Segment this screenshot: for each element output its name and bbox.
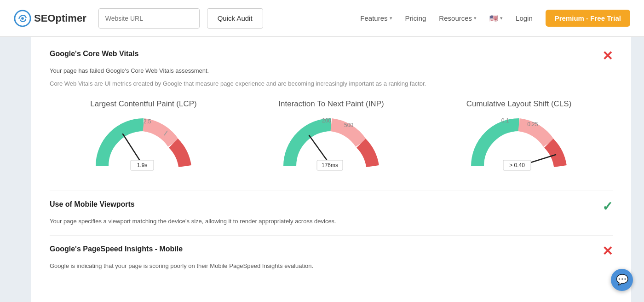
section-header-psm: Google's PageSpeed Insights - Mobile ✕ <box>50 245 613 258</box>
svg-text:200: 200 <box>322 117 331 124</box>
cwv-status-icon: ✕ <box>602 50 613 63</box>
mv-status-icon: ✓ <box>602 200 613 213</box>
resources-nav-link[interactable]: Resources ▾ <box>439 14 477 22</box>
cls-title: Cumulative Layout Shift (CLS) <box>466 99 572 109</box>
login-button[interactable]: Login <box>516 14 533 22</box>
left-sidebar <box>0 37 31 302</box>
inp-gauge-svg-wrapper: 200 500 176ms <box>281 113 382 178</box>
lcp-title: Largest Contentful Paint (LCP) <box>90 99 197 109</box>
pagespeed-mobile-section: Google's PageSpeed Insights - Mobile ✕ G… <box>50 245 613 271</box>
svg-text:1.9s: 1.9s <box>137 162 148 168</box>
gauges-row: Largest Contentful Paint (LCP) 2.5 <box>50 99 613 178</box>
features-chevron-icon: ▾ <box>390 15 392 21</box>
svg-text:0.1: 0.1 <box>501 117 509 124</box>
cls-gauge-svg-wrapper: 0.1 0.25 > 0.40 <box>468 113 569 178</box>
content-area: Google's Core Web Vitals ✕ Your page has… <box>31 37 631 302</box>
cwv-description: Your page has failed Google's Core Web V… <box>50 66 613 76</box>
main-layout: Google's Core Web Vitals ✕ Your page has… <box>0 37 644 302</box>
cwv-info: Core Web Vitals are UI metrics created b… <box>50 79 613 89</box>
svg-text:> 0.40: > 0.40 <box>509 162 525 168</box>
language-selector[interactable]: 🇺🇸 ▾ <box>489 14 503 23</box>
logo-text: SEOptimer <box>34 12 86 24</box>
pricing-nav-link[interactable]: Pricing <box>405 14 426 22</box>
svg-text:176ms: 176ms <box>322 162 338 168</box>
svg-text:2.5: 2.5 <box>144 118 151 125</box>
inp-gauge: Interaction To Next Paint (INP) 200 500 <box>237 99 425 178</box>
nav-links: Features ▾ Pricing Resources ▾ 🇺🇸 ▾ Logi… <box>360 10 630 27</box>
psm-title: Google's PageSpeed Insights - Mobile <box>50 245 183 253</box>
right-sidebar <box>631 37 644 302</box>
divider-2 <box>50 235 613 236</box>
resources-chevron-icon: ▾ <box>474 15 477 21</box>
us-flag-icon: 🇺🇸 <box>489 14 498 23</box>
psm-description: Google is indicating that your page is s… <box>50 261 613 271</box>
chat-button[interactable]: 💬 <box>611 269 633 291</box>
features-nav-link[interactable]: Features ▾ <box>360 14 392 22</box>
inp-gauge-svg: 200 500 176ms <box>281 113 382 180</box>
navbar: SEOptimer Quick Audit Features ▾ Pricing… <box>0 0 644 37</box>
svg-text:500: 500 <box>344 122 353 128</box>
core-web-vitals-section: Google's Core Web Vitals ✕ Your page has… <box>50 50 613 178</box>
lcp-gauge-svg-wrapper: 2.5 1.9s <box>93 113 194 178</box>
section-header-cwv: Google's Core Web Vitals ✕ <box>50 50 613 63</box>
mobile-viewports-section: Use of Mobile Viewports ✓ Your page spec… <box>50 200 613 226</box>
svg-text:0.25: 0.25 <box>527 121 538 128</box>
svg-point-1 <box>21 17 24 20</box>
logo-icon <box>14 10 31 27</box>
premium-trial-button[interactable]: Premium - Free Trial <box>546 10 630 27</box>
logo[interactable]: SEOptimer <box>14 10 86 27</box>
url-input[interactable] <box>98 8 200 29</box>
lcp-gauge: Largest Contentful Paint (LCP) 2.5 <box>50 99 237 178</box>
chat-icon: 💬 <box>616 274 628 286</box>
cls-gauge-svg: 0.1 0.25 > 0.40 <box>468 113 569 180</box>
section-header-mv: Use of Mobile Viewports ✓ <box>50 200 613 213</box>
lcp-gauge-svg: 2.5 1.9s <box>93 113 194 180</box>
divider-1 <box>50 191 613 191</box>
cwv-title: Google's Core Web Vitals <box>50 50 138 58</box>
psm-status-icon: ✕ <box>602 245 613 258</box>
mv-description: Your page specifies a viewport matching … <box>50 217 613 226</box>
quick-audit-button[interactable]: Quick Audit <box>207 8 263 29</box>
cls-gauge: Cumulative Layout Shift (CLS) 0.1 0.25 <box>425 99 613 178</box>
mv-title: Use of Mobile Viewports <box>50 200 135 209</box>
flag-chevron-icon: ▾ <box>500 15 503 21</box>
inp-title: Interaction To Next Paint (INP) <box>278 99 384 109</box>
